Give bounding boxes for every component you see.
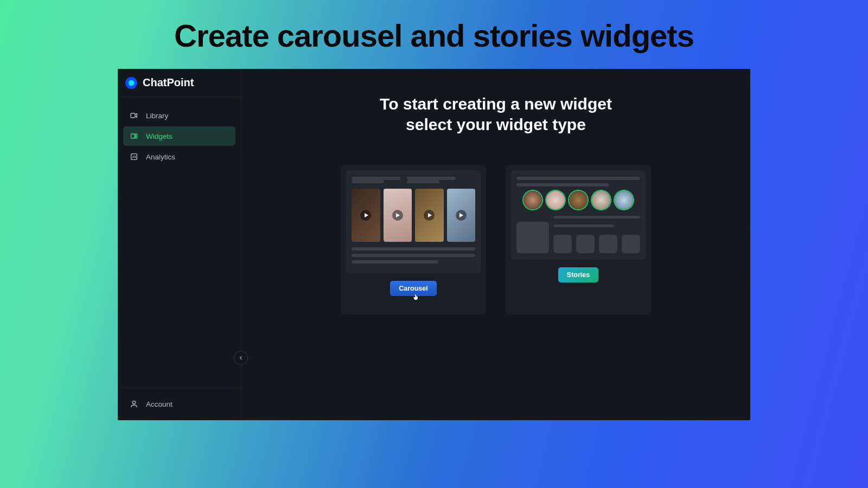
widget-type-cards: Carousel bbox=[263, 165, 729, 314]
account-label: Account bbox=[146, 400, 173, 408]
svg-point-4 bbox=[132, 401, 135, 404]
play-icon bbox=[424, 210, 435, 221]
sidebar-item-widgets[interactable]: Widgets bbox=[123, 126, 235, 146]
sidebar-item-label: Analytics bbox=[146, 153, 175, 161]
analytics-icon bbox=[130, 152, 138, 161]
carousel-preview bbox=[346, 170, 481, 273]
widgets-icon bbox=[130, 132, 138, 140]
headline-line-1: To start creating a new widget bbox=[380, 95, 612, 113]
story-circle bbox=[524, 191, 542, 209]
hero-title: Create carousel and stories widgets bbox=[174, 17, 694, 54]
play-icon bbox=[392, 210, 403, 221]
placeholder-block bbox=[516, 222, 549, 253]
placeholder-square bbox=[599, 235, 617, 253]
sidebar-item-library[interactable]: Library bbox=[123, 106, 235, 125]
card-stories: Stories bbox=[506, 165, 651, 314]
sidebar-nav: Library Widgets Analytics bbox=[118, 97, 241, 387]
sidebar-item-analytics[interactable]: Analytics bbox=[123, 147, 235, 166]
story-circle bbox=[615, 191, 633, 209]
video-icon bbox=[130, 111, 138, 120]
placeholder-square bbox=[576, 235, 595, 253]
carousel-thumb bbox=[352, 189, 380, 242]
headline-line-2: select your widget type bbox=[406, 115, 586, 133]
app-window: ChatPoint Library Widgets Analytics Acco… bbox=[118, 69, 750, 420]
placeholder-square bbox=[553, 235, 572, 253]
svg-rect-1 bbox=[131, 134, 135, 138]
story-circle bbox=[569, 191, 588, 209]
card-carousel: Carousel bbox=[341, 165, 486, 314]
stories-preview bbox=[511, 170, 646, 260]
placeholder-square bbox=[622, 235, 640, 253]
stories-button[interactable]: Stories bbox=[558, 267, 598, 282]
sidebar-item-account[interactable]: Account bbox=[123, 395, 235, 413]
svg-rect-2 bbox=[136, 134, 137, 138]
cursor-hand-icon bbox=[412, 293, 420, 301]
carousel-thumb bbox=[447, 189, 476, 242]
svg-rect-0 bbox=[131, 113, 135, 118]
carousel-thumb bbox=[415, 189, 444, 242]
brand-name: ChatPoint bbox=[143, 76, 194, 89]
sidebar-item-label: Widgets bbox=[146, 132, 173, 140]
user-icon bbox=[130, 400, 138, 408]
brand: ChatPoint bbox=[118, 69, 241, 97]
play-icon bbox=[456, 210, 467, 221]
carousel-thumb bbox=[384, 189, 412, 242]
play-icon bbox=[360, 210, 371, 221]
story-circle bbox=[546, 191, 565, 209]
main-content: To start creating a new widget select yo… bbox=[241, 69, 750, 420]
sidebar: ChatPoint Library Widgets Analytics Acco… bbox=[118, 69, 241, 420]
sidebar-footer: Account bbox=[118, 387, 241, 420]
brand-logo-icon bbox=[125, 77, 137, 89]
sidebar-item-label: Library bbox=[146, 112, 168, 120]
page-headline: To start creating a new widget select yo… bbox=[263, 94, 729, 134]
story-circle bbox=[592, 191, 610, 209]
